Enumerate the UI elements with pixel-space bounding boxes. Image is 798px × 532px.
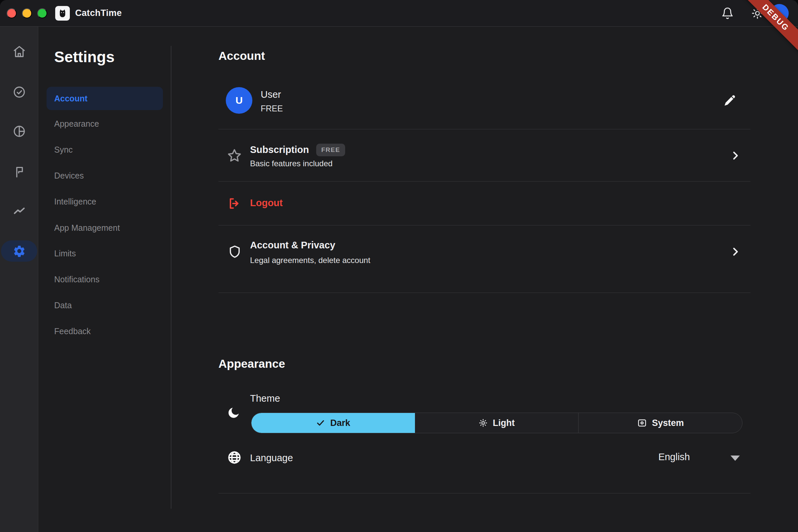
- app-title: CatchTime: [75, 8, 122, 18]
- check-circle-icon: [13, 86, 26, 99]
- nav-item-notifications[interactable]: Notifications: [46, 268, 163, 291]
- icon-rail: [0, 26, 38, 532]
- settings-title: Settings: [54, 48, 114, 66]
- logout-icon: [227, 196, 242, 211]
- flag-icon: [13, 165, 26, 178]
- row-divider: [218, 493, 750, 493]
- theme-label: Theme: [250, 393, 280, 404]
- nav-item-devices[interactable]: Devices: [46, 164, 163, 187]
- nav-item-limits[interactable]: Limits: [46, 242, 163, 265]
- display-icon: [637, 418, 647, 428]
- minimize-button[interactable]: [22, 8, 32, 18]
- globe-icon: [227, 450, 242, 465]
- free-badge: FREE: [316, 144, 345, 156]
- row-divider: [218, 129, 750, 129]
- pie-chart-icon: [13, 125, 26, 138]
- moon-icon: [227, 406, 241, 420]
- theme-option-system-label: System: [652, 418, 684, 428]
- chevron-right-icon: [729, 150, 741, 162]
- row-divider: [218, 225, 750, 225]
- rail-item-activity[interactable]: [1, 200, 37, 222]
- dropdown-caret-icon[interactable]: [730, 456, 740, 461]
- theme-option-light-label: Light: [493, 418, 515, 428]
- traffic-lights: [7, 8, 47, 18]
- edit-profile-button[interactable]: [723, 94, 737, 107]
- language-label: Language: [250, 453, 293, 463]
- app-window: CatchTime: [0, 0, 798, 532]
- subscription-subtitle: Basic features included: [250, 159, 332, 168]
- rail-item-flags[interactable]: [1, 161, 37, 183]
- language-select[interactable]: English: [557, 452, 690, 462]
- nav-item-data[interactable]: Data: [46, 293, 163, 317]
- close-button[interactable]: [7, 8, 17, 18]
- account-section-heading: Account: [218, 49, 265, 62]
- check-icon: [316, 418, 325, 428]
- avatar: U: [226, 87, 252, 114]
- theme-option-dark[interactable]: Dark: [251, 413, 415, 433]
- zoom-button[interactable]: [37, 8, 47, 18]
- nav-item-appearance[interactable]: Appearance: [46, 112, 163, 135]
- shield-icon: [228, 244, 242, 259]
- window-body: Settings Account Appearance Sync Devices…: [0, 26, 798, 532]
- settings-main-panel: Account U User FREE: [171, 26, 798, 532]
- theme-option-dark-label: Dark: [330, 418, 350, 428]
- theme-segmented-control: Dark Light: [251, 413, 742, 433]
- nav-item-account[interactable]: Account: [46, 87, 163, 110]
- star-icon: [227, 148, 242, 163]
- privacy-chevron-button[interactable]: [729, 246, 741, 258]
- home-icon: [13, 45, 26, 58]
- privacy-subtitle: Legal agreements, delete account: [250, 256, 370, 265]
- logout-button[interactable]: Logout: [250, 197, 283, 208]
- section-divider: [218, 292, 750, 293]
- subscription-title: SubscriptionFREE: [250, 144, 345, 156]
- sun-icon: [478, 418, 488, 428]
- theme-option-light[interactable]: Light: [415, 413, 578, 433]
- nav-item-feedback[interactable]: Feedback: [46, 320, 163, 343]
- subscription-title-text: Subscription: [250, 144, 309, 155]
- row-divider: [218, 181, 750, 182]
- trending-icon: [13, 204, 26, 217]
- rail-item-settings[interactable]: [1, 241, 37, 262]
- nav-item-intelligence[interactable]: Intelligence: [46, 190, 163, 213]
- nav-item-sync[interactable]: Sync: [46, 138, 163, 161]
- pencil-icon: [723, 94, 737, 107]
- subscription-chevron-button[interactable]: [729, 150, 741, 162]
- rail-item-stats[interactable]: [1, 121, 37, 142]
- rail-item-tasks[interactable]: [1, 81, 37, 103]
- chevron-right-icon: [729, 246, 741, 258]
- titlebar: CatchTime: [0, 0, 798, 26]
- user-plan: FREE: [261, 104, 283, 113]
- bell-icon: [721, 7, 734, 20]
- privacy-title: Account & Privacy: [250, 240, 335, 251]
- gear-icon: [13, 244, 26, 258]
- app-logo-cat-icon: [55, 6, 70, 21]
- nav-item-app-management[interactable]: App Management: [46, 216, 163, 240]
- rail-item-home[interactable]: [1, 41, 37, 62]
- appearance-section-heading: Appearance: [218, 357, 285, 370]
- notifications-button[interactable]: [720, 6, 735, 21]
- theme-option-system[interactable]: System: [578, 413, 742, 433]
- settings-nav: Settings Account Appearance Sync Devices…: [38, 26, 171, 532]
- user-name: User: [261, 89, 281, 100]
